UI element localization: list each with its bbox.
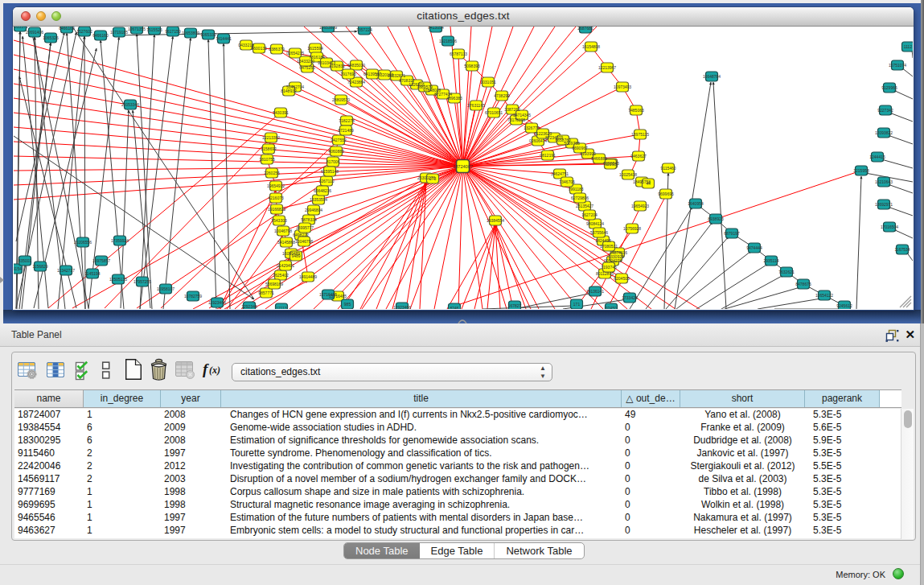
svg-text:9474444: 9474444 [746,245,762,250]
svg-text:15716485: 15716485 [319,292,337,297]
svg-text:72423884: 72423884 [347,80,365,84]
svg-text:02654235: 02654235 [286,51,304,56]
svg-text:7625402: 7625402 [273,273,289,278]
svg-text:76320163: 76320163 [376,72,393,77]
svg-text:0330923: 0330923 [608,254,624,259]
svg-text:1527602: 1527602 [76,29,92,34]
svg-text:10975857: 10975857 [92,258,110,263]
svg-text:19654932: 19654932 [267,183,285,188]
svg-text:73178108: 73178108 [507,117,525,122]
svg-text:7543303: 7543303 [271,218,287,223]
svg-text:10958107: 10958107 [157,286,175,291]
svg-text:0812191: 0812191 [540,153,556,158]
svg-text:2687682: 2687682 [577,27,593,31]
svg-text:8413054: 8413054 [428,27,444,30]
svg-text:3215958: 3215958 [853,168,869,173]
svg-text:87277434: 87277434 [434,92,452,97]
svg-text:10653809: 10653809 [319,27,337,30]
svg-text:4738299: 4738299 [494,93,510,98]
svg-text:12505135: 12505135 [109,277,127,282]
svg-text:7991183: 7991183 [568,187,583,192]
svg-text:17957255: 17957255 [133,279,151,284]
svg-text:1640954: 1640954 [688,201,704,206]
svg-text:16782759: 16782759 [184,294,202,299]
svg-text:1156829: 1156829 [32,264,47,269]
svg-text:14914489: 14914489 [299,274,317,279]
svg-text:9427552: 9427552 [331,138,347,142]
svg-text:7346706: 7346706 [559,179,575,184]
svg-text:10046798: 10046798 [295,239,313,244]
svg-text:10653809: 10653809 [182,31,199,35]
svg-text:7182278: 7182278 [339,118,355,123]
svg-text:13433200: 13433200 [297,59,314,64]
svg-text:20691406: 20691406 [26,30,43,35]
svg-text:25135427: 25135427 [576,204,593,208]
svg-text:6466160: 6466160 [92,33,109,38]
svg-text:7917693: 7917693 [340,72,356,76]
svg-text:6658760: 6658760 [555,138,571,142]
svg-text:9115460: 9115460 [660,166,676,171]
svg-text:10671355: 10671355 [128,27,146,31]
svg-text:5098393: 5098393 [464,64,480,68]
svg-text:5878334: 5878334 [301,217,317,222]
svg-text:6475255: 6475255 [299,65,315,70]
svg-text:44: 44 [646,181,651,186]
svg-text:1810755: 1810755 [259,157,275,162]
svg-text:8466160: 8466160 [59,27,75,31]
svg-text:61595148: 61595148 [321,169,339,174]
svg-text:98084124: 98084124 [586,221,604,226]
svg-text:17016504: 17016504 [881,225,898,229]
svg-text:2935114: 2935114 [763,258,778,263]
svg-text:6498222: 6498222 [293,233,309,237]
svg-text:7414441: 7414441 [216,36,232,41]
svg-text:273: 273 [429,176,437,181]
svg-text:4192832: 4192832 [329,64,345,68]
svg-text:36995777: 36995777 [296,225,314,230]
svg-text:29946804: 29946804 [305,208,322,212]
svg-text:(x): (x) [209,365,220,376]
svg-text:7193745: 7193745 [601,265,617,270]
svg-text:16154808: 16154808 [582,44,600,49]
svg-text:9857771: 9857771 [258,290,274,295]
svg-text:10973493: 10973493 [614,84,631,89]
svg-text:13353594: 13353594 [310,197,327,202]
svg-text:9600133: 9600133 [251,46,267,51]
svg-text:167827: 167827 [508,303,522,308]
svg-text:1733426: 1733426 [622,295,638,300]
svg-text:10719185: 10719185 [110,30,128,35]
svg-text:6879197: 6879197 [724,231,740,236]
svg-text:81223623: 81223623 [534,131,552,136]
svg-text:835001: 835001 [18,258,32,263]
svg-text:8246: 8246 [450,306,458,309]
svg-text:4060883: 4060883 [328,149,344,154]
svg-text:19218506: 19218506 [439,39,457,43]
svg-text:19166825: 19166825 [268,207,285,212]
svg-text:53755646: 53755646 [590,230,608,235]
svg-text:67010651: 67010651 [485,110,503,115]
svg-text:15751074: 15751074 [889,63,906,68]
svg-text:62729806: 62729806 [571,196,589,200]
svg-text:817006: 817006 [326,159,340,164]
svg-text:7515526: 7515526 [146,27,162,32]
svg-text:1167534: 1167534 [894,247,910,252]
svg-text:8708317: 8708317 [399,78,415,83]
svg-text:80112805: 80112805 [596,271,614,276]
svg-text:171: 171 [573,302,581,307]
svg-text:7889579: 7889579 [417,84,433,89]
svg-text:62160: 62160 [605,162,616,167]
svg-text:20206556: 20206556 [74,240,92,245]
svg-text:12213967: 12213967 [598,65,616,70]
svg-text:2260256: 2260256 [264,171,280,175]
svg-text:9245612: 9245612 [836,303,852,308]
svg-text:1031051: 1031051 [480,80,496,84]
svg-text:39154: 39154 [14,266,22,271]
svg-text:12342717: 12342717 [57,268,75,273]
svg-text:1615594: 1615594 [307,46,323,51]
svg-text:11923466: 11923466 [208,300,226,305]
svg-text:13692971: 13692971 [875,202,893,207]
svg-text:1292346: 1292346 [241,304,257,309]
svg-text:7632621: 7632621 [778,270,795,274]
svg-text:28809570: 28809570 [332,97,350,102]
svg-text:34714345: 34714345 [513,113,531,117]
svg-text:16210643: 16210643 [875,179,893,184]
